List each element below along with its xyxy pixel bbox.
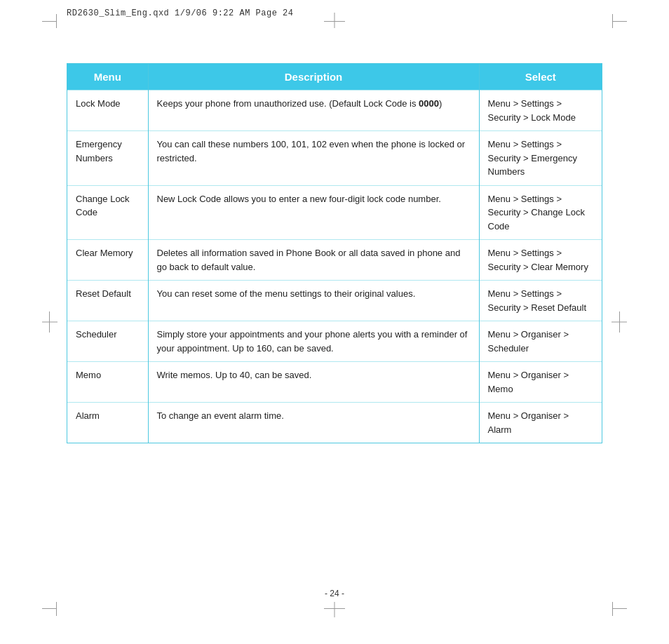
description-cell: Keeps your phone from unauthorized use. … (148, 90, 479, 131)
select-cell: Menu > Organiser > Scheduler (479, 321, 602, 362)
col-header-menu: Menu (67, 64, 148, 90)
table-row: Reset Default You can reset some of the … (67, 281, 602, 321)
description-cell: You can reset some of the menu settings … (148, 281, 479, 321)
menu-cell: Change Lock Code (67, 185, 148, 240)
description-cell: You can call these numbers 100, 101, 102… (148, 131, 479, 186)
crosshair-left-h (42, 322, 58, 323)
crosshair-left-v (49, 311, 50, 333)
menu-cell: Lock Mode (67, 90, 148, 131)
crop-mark-br-h (613, 608, 627, 609)
table-row: Scheduler Simply store your appointments… (67, 321, 602, 362)
page-header: RD2630_Slim_Eng.qxd 1/9/06 9:22 AM Page … (67, 8, 293, 18)
description-cell: New Lock Code allows you to enter a new … (148, 185, 479, 240)
description-cell: Write memos. Up to 40, can be saved. (148, 362, 479, 403)
crosshair-top-v (334, 13, 335, 28)
page-number: - 24 - (325, 589, 344, 598)
crosshair-bottom-v (334, 602, 335, 617)
crop-mark-tl-v (56, 14, 57, 28)
crop-mark-br-v (612, 602, 613, 616)
crop-mark-bl-v (56, 602, 57, 616)
select-cell: Menu > Settings > Security > Reset Defau… (479, 281, 602, 321)
menu-cell: Reset Default (67, 281, 148, 321)
table-row: Lock Mode Keeps your phone from unauthor… (67, 90, 602, 131)
menu-cell: Scheduler (67, 321, 148, 362)
select-cell: Menu > Settings > Security > Change Lock… (479, 185, 602, 240)
select-cell: Menu > Organiser > Alarm (479, 403, 602, 443)
select-cell: Menu > Organiser > Memo (479, 362, 602, 403)
crop-mark-tl-h (42, 21, 56, 22)
table-header-row: Menu Description Select (67, 64, 602, 90)
menu-cell: Alarm (67, 403, 148, 443)
main-table: Menu Description Select Lock Mode Keeps … (67, 64, 602, 443)
select-cell: Menu > Settings > Security > Lock Mode (479, 90, 602, 131)
table-row: Change Lock Code New Lock Code allows yo… (67, 185, 602, 240)
bold-text: 0000 (419, 98, 439, 109)
select-cell: Menu > Settings > Security > Clear Memor… (479, 240, 602, 281)
crop-mark-tr-v (612, 14, 613, 28)
select-cell: Menu > Settings > Security > Emergency N… (479, 131, 602, 186)
crop-mark-bl-h (42, 608, 56, 609)
table-row: Clear Memory Deletes all information sav… (67, 240, 602, 281)
col-header-select: Select (479, 64, 602, 90)
menu-cell: Memo (67, 362, 148, 403)
table-row: Emergency Numbers You can call these num… (67, 131, 602, 186)
description-cell: To change an event alarm time. (148, 403, 479, 443)
description-cell: Simply store your appointments and your … (148, 321, 479, 362)
crosshair-right-v (619, 311, 620, 333)
table-row: Memo Write memos. Up to 40, can be saved… (67, 362, 602, 403)
menu-cell: Clear Memory (67, 240, 148, 281)
crop-mark-tr-h (613, 21, 627, 22)
table-row: Alarm To change an event alarm time. Men… (67, 403, 602, 443)
menu-cell: Emergency Numbers (67, 131, 148, 186)
description-cell: Deletes all information saved in Phone B… (148, 240, 479, 281)
col-header-description: Description (148, 64, 479, 90)
main-table-container: Menu Description Select Lock Mode Keeps … (67, 63, 602, 443)
